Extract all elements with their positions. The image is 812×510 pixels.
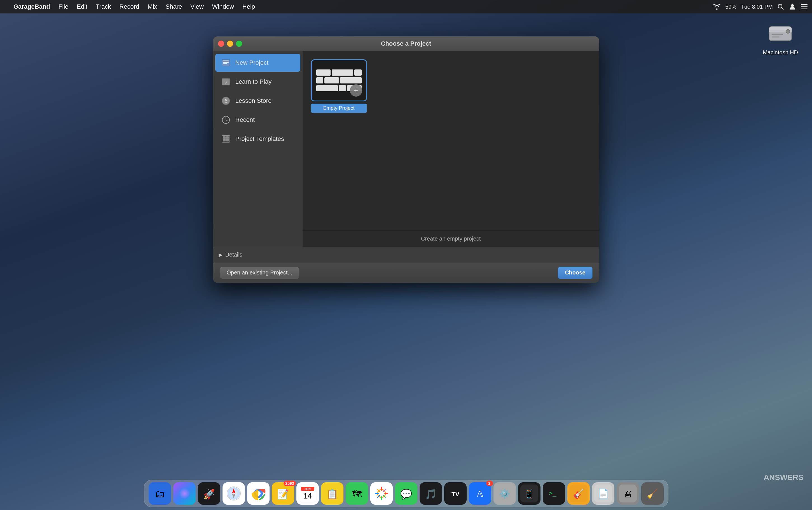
svg-text:💬: 💬 [400,488,412,500]
dock-badge-notes: 2593 [283,481,296,486]
dock-item-calendar[interactable]: JUN14 [296,482,319,505]
svg-text:★: ★ [224,101,227,104]
dialog-footer: Open an existing Project... Choose [213,262,599,283]
svg-line-1 [782,8,783,9]
track-block [332,69,353,76]
user-icon[interactable] [788,3,796,11]
main-content: + Empty Project Create an empty project [303,51,599,247]
dock-item-garageband[interactable]: 🎸 [567,482,590,505]
menubar-record[interactable]: Record [116,2,143,11]
svg-text:🎵: 🎵 [425,488,437,500]
battery-status: 59% [725,4,736,10]
track-row-2 [316,77,362,83]
menubar-app-name[interactable]: GarageBand [10,2,54,11]
project-grid: + Empty Project [303,51,599,230]
close-button[interactable] [218,40,224,47]
sidebar: New Project ♪ Learn to Play [213,51,303,247]
dock-item-docs[interactable]: 📄 [592,482,614,505]
dock-item-music[interactable]: 🎵 [420,482,442,505]
svg-text:📱: 📱 [524,488,535,499]
svg-text:♪: ♪ [225,80,227,84]
dock-item-launchpad[interactable]: 🚀 [198,482,220,505]
hard-drive-icon [766,20,794,48]
sidebar-label-lesson-store: Lesson Store [235,97,272,105]
dock-item-chrome[interactable] [247,482,270,505]
dock-item-safari[interactable] [222,482,245,505]
svg-text:TV: TV [451,491,459,498]
svg-text:🗂: 🗂 [155,488,165,500]
dock-item-iphone[interactable]: 📱 [518,482,541,505]
dialog-titlebar: Choose a Project [213,36,599,51]
dock-item-finder[interactable]: 🗂 [149,482,171,505]
dock-item-photos[interactable] [370,482,393,505]
desktop-icon-label-macintosh-hd: Macintosh HD [763,49,798,56]
choose-button[interactable]: Choose [558,266,592,279]
lesson-store-icon: ★ [221,96,231,106]
menubar-window[interactable]: Window [209,2,237,11]
dock-item-stickies[interactable]: 📋 [321,482,343,505]
svg-rect-28 [226,139,229,141]
hamburger-menu-icon[interactable] [801,4,808,9]
svg-text:🎸: 🎸 [573,488,584,499]
svg-text:📄: 📄 [598,488,609,499]
menubar: GarageBand File Edit Track Record Mix Sh… [0,0,812,13]
track-block [340,77,362,83]
sidebar-label-project-templates: Project Templates [235,135,284,143]
svg-rect-11 [772,36,780,37]
project-templates-icon [221,134,231,144]
dock-item-maps[interactable]: 🗺 [346,482,368,505]
svg-rect-4 [801,6,808,7]
menubar-view[interactable]: View [187,2,207,11]
svg-text:🖨: 🖨 [623,489,632,499]
menubar-file[interactable]: File [55,2,72,11]
menubar-track[interactable]: Track [92,2,114,11]
dock-item-systemprefs[interactable]: ⚙️ [493,482,516,505]
maximize-button[interactable] [236,40,242,47]
sidebar-item-new-project[interactable]: New Project [215,54,300,72]
search-icon[interactable] [777,3,784,10]
dock-item-messages[interactable]: 💬 [395,482,417,505]
menubar-help[interactable]: Help [239,2,258,11]
dock: 🗂 🚀 📝 2593 JUN14 📋 🗺 💬 🎵 TV 𝔸 2 ⚙️ [144,480,668,507]
menubar-share[interactable]: Share [162,2,186,11]
dock-item-appcleaner[interactable]: 🧹 [641,482,664,505]
track-block [316,85,338,91]
track-block [316,77,324,83]
project-item-empty[interactable]: + Empty Project [311,59,367,113]
sidebar-item-project-templates[interactable]: Project Templates [215,130,300,148]
track-block [316,69,331,76]
svg-text:📋: 📋 [326,488,338,500]
svg-text:14: 14 [303,491,312,500]
sidebar-item-recent[interactable]: Recent [215,111,300,129]
open-existing-project-button[interactable]: Open an existing Project... [220,266,300,279]
dock-item-appstore[interactable]: 𝔸 2 [469,482,491,505]
add-project-icon: + [350,84,362,96]
details-bar[interactable]: ▶ Details [213,247,599,262]
menubar-items: GarageBand File Edit Track Record Mix Sh… [10,2,713,11]
status-bar: Create an empty project [303,230,599,247]
dock-item-printer[interactable]: 🖨 [616,482,639,505]
svg-text:🚀: 🚀 [203,488,215,500]
svg-rect-3 [801,4,808,5]
menubar-mix[interactable]: Mix [144,2,160,11]
clock: Tue 8:01 PM [741,4,773,10]
window-controls [218,40,242,47]
svg-text:𝔸: 𝔸 [477,489,483,499]
sidebar-item-lesson-store[interactable]: ★ Lesson Store [215,92,300,110]
track-block [324,77,339,83]
details-label: Details [225,252,242,258]
desktop-icon-macintosh-hd[interactable]: Macintosh HD [760,17,801,59]
details-triangle: ▶ [219,252,222,258]
sidebar-label-recent: Recent [235,116,255,123]
dock-item-siri[interactable] [173,482,196,505]
minimize-button[interactable] [227,40,233,47]
svg-text:🧹: 🧹 [647,488,658,499]
menubar-edit[interactable]: Edit [73,2,91,11]
sidebar-item-learn-to-play[interactable]: ♪ Learn to Play [215,73,300,91]
dock-item-notes-reminder[interactable]: 📝 2593 [272,482,294,505]
dock-item-appletv[interactable]: TV [444,482,467,505]
menubar-right: 59% Tue 8:01 PM [713,3,808,11]
dock-item-terminal[interactable]: >_ [543,482,565,505]
svg-text:>_: >_ [549,489,557,497]
track-row-1 [316,69,362,76]
